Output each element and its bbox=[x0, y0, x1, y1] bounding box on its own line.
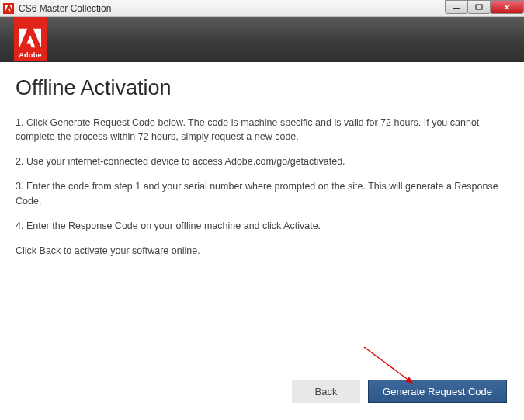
page-title: Offline Activation bbox=[16, 76, 508, 100]
svg-rect-1 bbox=[476, 5, 482, 9]
note-text: Click Back to activate your software onl… bbox=[16, 244, 508, 258]
generate-request-code-button[interactable]: Generate Request Code bbox=[368, 380, 507, 403]
window-controls: ✕ bbox=[446, 0, 524, 14]
main-content: Offline Activation 1. Click Generate Req… bbox=[0, 62, 524, 258]
back-button[interactable]: Back bbox=[292, 380, 360, 403]
header-band: Adobe bbox=[0, 17, 524, 62]
step-1: 1. Click Generate Request Code below. Th… bbox=[16, 116, 508, 144]
adobe-logo-text: Adobe bbox=[19, 51, 42, 59]
adobe-logo: Adobe bbox=[14, 17, 47, 61]
maximize-button[interactable] bbox=[467, 0, 491, 14]
footer-buttons: Back Generate Request Code bbox=[292, 380, 507, 403]
step-2: 2. Use your internet-connected device to… bbox=[16, 154, 508, 168]
step-3: 3. Enter the code from step 1 and your s… bbox=[16, 179, 508, 207]
window-titlebar: CS6 Master Collection ✕ bbox=[0, 0, 524, 17]
svg-rect-0 bbox=[453, 8, 460, 9]
step-4: 4. Enter the Response Code on your offli… bbox=[16, 219, 508, 233]
svg-line-2 bbox=[364, 347, 412, 383]
app-icon bbox=[3, 3, 14, 14]
minimize-button[interactable] bbox=[445, 0, 468, 14]
close-button[interactable]: ✕ bbox=[490, 0, 524, 14]
window-title: CS6 Master Collection bbox=[19, 3, 111, 14]
